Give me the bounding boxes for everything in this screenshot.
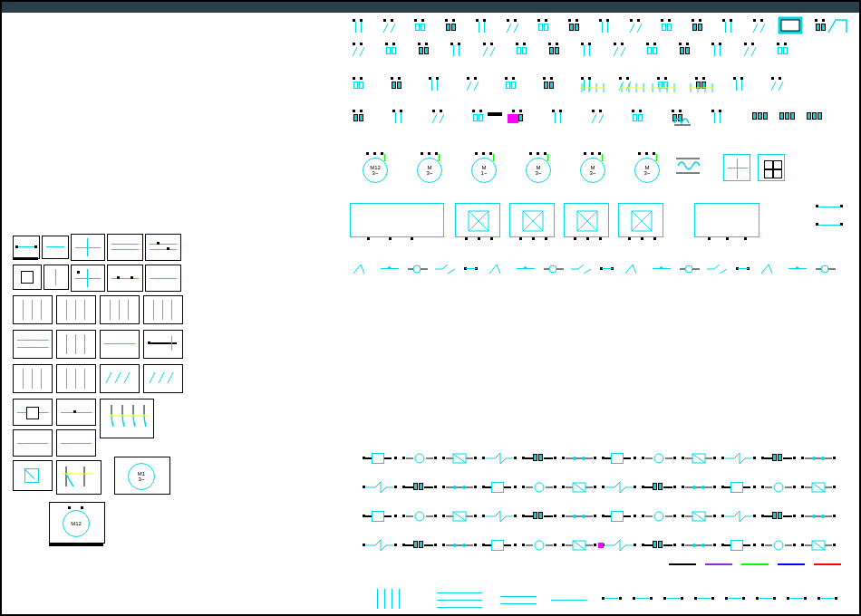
contact-icon[interactable] — [448, 45, 466, 58]
contact-icon[interactable] — [589, 112, 607, 125]
palette-block[interactable] — [56, 295, 96, 324]
palette-motor-m1[interactable]: M1 3~ — [114, 457, 170, 495]
component-icon[interactable] — [444, 480, 475, 495]
component-icon[interactable] — [723, 451, 754, 466]
contact-icon[interactable] — [350, 80, 368, 92]
terminal-icon[interactable] — [816, 592, 839, 605]
line-icon[interactable] — [500, 603, 537, 604]
component-icon[interactable] — [564, 538, 595, 553]
terminal-icon[interactable] — [662, 592, 685, 605]
contactor-group-icon[interactable] — [618, 80, 649, 96]
palette-block-breaker[interactable] — [100, 399, 154, 438]
switch-icon[interactable] — [433, 263, 457, 275]
component-icon[interactable] — [803, 538, 834, 553]
contact-icon[interactable] — [566, 22, 584, 34]
component-icon[interactable] — [763, 451, 794, 466]
contact-icon[interactable] — [502, 80, 520, 92]
contact-icon[interactable] — [513, 45, 531, 58]
component-icon[interactable] — [524, 480, 555, 495]
component-icon[interactable] — [444, 451, 475, 466]
contact-icon[interactable] — [549, 112, 567, 125]
component-icon[interactable] — [604, 509, 634, 524]
component-icon[interactable] — [723, 538, 754, 553]
contact-icon[interactable] — [709, 112, 727, 125]
palette-block[interactable] — [143, 330, 183, 359]
contact-icon[interactable] — [540, 80, 558, 92]
component-icon[interactable] — [683, 538, 714, 553]
component-icon[interactable] — [803, 480, 834, 495]
palette-block[interactable] — [44, 265, 69, 290]
palette-block[interactable] — [71, 234, 105, 261]
contact-icon[interactable] — [382, 45, 401, 58]
terminal-icon[interactable] — [785, 592, 808, 605]
contact-icon[interactable] — [426, 80, 444, 92]
component-icon[interactable] — [364, 538, 395, 553]
palette-block[interactable] — [100, 295, 140, 324]
contact-icon[interactable] — [390, 112, 408, 125]
switch-icon[interactable] — [596, 263, 620, 275]
contact-icon[interactable] — [643, 45, 662, 58]
special-box-icon[interactable] — [778, 16, 805, 36]
line-icon[interactable] — [500, 596, 537, 597]
contact-icon[interactable] — [546, 45, 564, 58]
rail-icon[interactable] — [377, 589, 378, 609]
contact-icon[interactable] — [720, 22, 738, 34]
component-icon[interactable] — [364, 509, 395, 524]
component-icon[interactable] — [643, 451, 674, 466]
contactor-group-icon[interactable] — [578, 80, 609, 96]
trip-icon[interactable] — [805, 111, 827, 123]
plc-module[interactable] — [350, 203, 444, 237]
palette-block[interactable] — [13, 460, 53, 491]
contact-icon[interactable] — [627, 22, 645, 34]
switch-icon[interactable] — [759, 263, 783, 275]
switch-icon[interactable] — [787, 263, 810, 275]
contact-icon[interactable] — [350, 112, 368, 125]
switch-icon[interactable] — [814, 263, 837, 275]
contact-icon[interactable] — [469, 112, 488, 125]
component-icon[interactable] — [763, 538, 794, 553]
contact-icon[interactable] — [415, 45, 433, 58]
contact-icon[interactable] — [750, 22, 769, 34]
component-icon[interactable] — [803, 451, 834, 466]
palette-block[interactable] — [13, 265, 42, 290]
trip-icon[interactable] — [778, 111, 799, 123]
palette-block[interactable] — [107, 265, 143, 292]
component-icon[interactable] — [484, 451, 515, 466]
component-icon[interactable] — [444, 509, 475, 524]
switch-icon[interactable] — [542, 263, 566, 275]
palette-block[interactable] — [100, 330, 140, 359]
contact-icon[interactable] — [816, 219, 843, 232]
contact-icon[interactable] — [504, 22, 522, 34]
switch-icon[interactable] — [352, 263, 375, 275]
component-icon[interactable] — [683, 509, 714, 524]
line-icon[interactable] — [437, 607, 482, 608]
wire-red[interactable] — [814, 563, 841, 565]
wire-purple[interactable] — [705, 563, 732, 565]
palette-block[interactable] — [100, 364, 140, 393]
component-icon[interactable] — [524, 509, 555, 524]
contact-icon[interactable] — [596, 22, 614, 34]
terminal-icon[interactable] — [754, 592, 778, 605]
palette-block[interactable] — [13, 236, 40, 259]
switch-icon[interactable] — [515, 263, 538, 275]
terminal-icon[interactable] — [692, 592, 716, 605]
palette-block[interactable] — [56, 429, 96, 457]
terminal-icon[interactable] — [631, 592, 654, 605]
switch-icon[interactable] — [569, 263, 593, 275]
switch-icon[interactable] — [651, 263, 674, 275]
contact-icon[interactable] — [442, 22, 460, 34]
wire-blue[interactable] — [778, 563, 805, 565]
switch-icon[interactable] — [379, 263, 402, 275]
plc-module[interactable] — [564, 203, 609, 237]
plc-module[interactable] — [455, 203, 500, 237]
contact-icon[interactable] — [689, 22, 707, 34]
palette-block[interactable] — [13, 295, 53, 324]
bar-icon[interactable] — [488, 112, 502, 116]
component-icon[interactable] — [643, 538, 674, 553]
wire-green[interactable] — [741, 563, 769, 565]
contact-icon[interactable] — [658, 22, 676, 34]
component-icon[interactable] — [763, 480, 794, 495]
palette-block[interactable] — [13, 399, 53, 426]
plc-module[interactable] — [618, 203, 663, 237]
component-icon[interactable] — [604, 480, 634, 495]
